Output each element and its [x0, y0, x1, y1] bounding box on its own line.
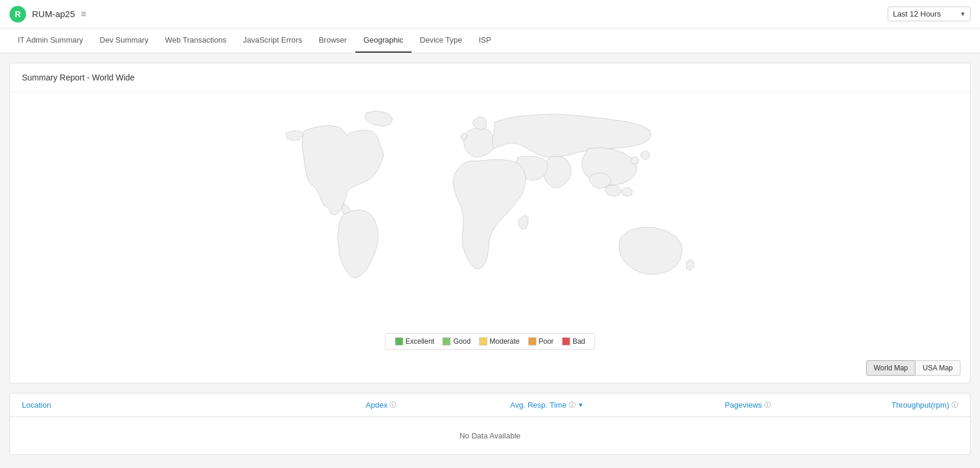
throughput-info-icon: ⓘ: [952, 401, 958, 409]
legend-poor: Poor: [528, 337, 554, 346]
world-map-svg: [268, 104, 712, 326]
tab-isp[interactable]: ISP: [470, 28, 499, 53]
avg-resp-time-label: Avg. Resp. Time: [510, 401, 567, 409]
map-card: Summary Report - World Wide: [9, 63, 971, 383]
usa-map-button[interactable]: USA Map: [915, 360, 960, 376]
column-location[interactable]: Location: [22, 401, 209, 409]
header: R RUM-ap25 ≡ Last 12 Hours Last 24 Hours…: [0, 0, 980, 28]
apdex-label: Apdex: [366, 401, 388, 409]
column-avg-resp-time[interactable]: Avg. Resp. Time ⓘ ▼: [396, 401, 583, 409]
column-throughput[interactable]: Throughput(rpm) ⓘ: [771, 401, 958, 409]
world-map-button[interactable]: World Map: [866, 360, 916, 376]
legend-moderate: Moderate: [479, 337, 520, 346]
no-data-message: No Data Available: [10, 417, 970, 454]
map-buttons: World Map USA Map: [10, 356, 970, 383]
app-icon: R: [9, 6, 26, 22]
legend-bad: Bad: [562, 337, 585, 346]
column-apdex[interactable]: Apdex ⓘ: [209, 401, 396, 409]
tab-web-transactions[interactable]: Web Transactions: [157, 28, 235, 53]
nav-tabs: IT Admin Summary Dev Summary Web Transac…: [0, 28, 980, 53]
legend-good-label: Good: [453, 337, 470, 346]
pageviews-label: Pageviews: [725, 401, 762, 409]
sort-desc-icon: ▼: [578, 402, 584, 408]
table-header: Location Apdex ⓘ Avg. Resp. Time ⓘ ▼ Pag…: [10, 393, 970, 417]
tab-browser[interactable]: Browser: [310, 28, 355, 53]
tab-it-admin-summary[interactable]: IT Admin Summary: [9, 28, 91, 53]
hamburger-icon[interactable]: ≡: [81, 9, 86, 20]
tab-javascript-errors[interactable]: JavaScript Errors: [234, 28, 310, 53]
legend-moderate-label: Moderate: [490, 337, 520, 346]
tab-geographic[interactable]: Geographic: [355, 28, 412, 53]
data-table: Location Apdex ⓘ Avg. Resp. Time ⓘ ▼ Pag…: [9, 393, 971, 455]
pageviews-info-icon: ⓘ: [764, 401, 771, 409]
legend-excellent-label: Excellent: [406, 337, 435, 346]
throughput-label: Throughput(rpm): [891, 401, 949, 409]
legend-poor-label: Poor: [539, 337, 554, 346]
column-pageviews[interactable]: Pageviews ⓘ: [584, 401, 771, 409]
legend-excellent-color: [395, 337, 403, 346]
header-left: R RUM-ap25 ≡: [9, 6, 86, 22]
legend-bad-label: Bad: [573, 337, 585, 346]
map-legend: Excellent Good Moderate Poor Bad: [385, 333, 595, 350]
legend-moderate-color: [479, 337, 487, 346]
legend-bad-color: [562, 337, 570, 346]
avg-resp-time-info-icon: ⓘ: [569, 401, 576, 409]
legend-good-color: [442, 337, 451, 346]
app-name: RUM-ap25: [32, 9, 75, 19]
legend-good: Good: [442, 337, 470, 346]
legend-excellent: Excellent: [395, 337, 435, 346]
apdex-info-icon: ⓘ: [390, 401, 396, 409]
tab-device-type[interactable]: Device Type: [412, 28, 470, 53]
report-title: Summary Report - World Wide: [10, 63, 970, 92]
time-select-wrapper: Last 12 Hours Last 24 Hours Last 7 Days …: [888, 7, 971, 21]
time-range-select[interactable]: Last 12 Hours Last 24 Hours Last 7 Days …: [888, 7, 971, 21]
map-area: Excellent Good Moderate Poor Bad: [10, 92, 970, 356]
tab-dev-summary[interactable]: Dev Summary: [91, 28, 156, 53]
legend-poor-color: [528, 337, 536, 346]
location-label: Location: [22, 401, 51, 409]
